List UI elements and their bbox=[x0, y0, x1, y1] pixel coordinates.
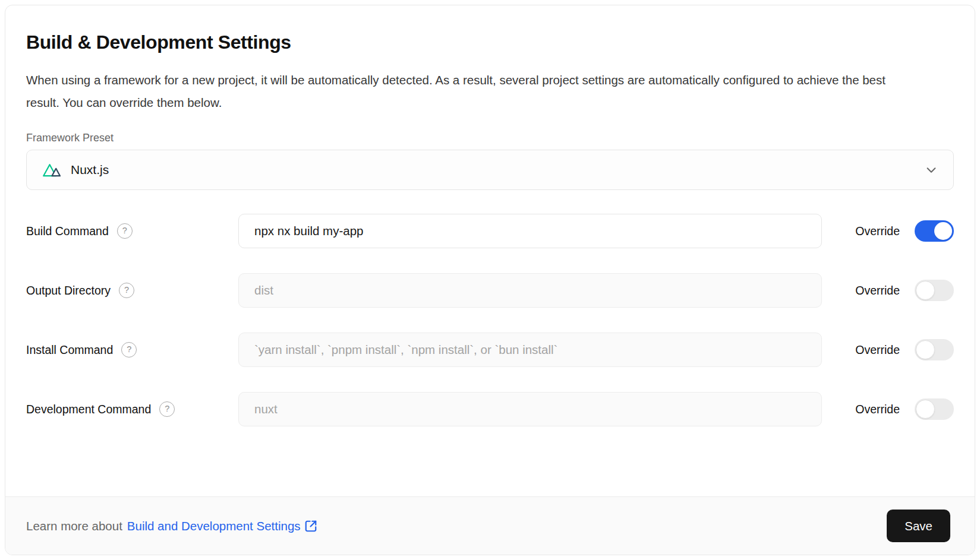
build-settings-docs-link[interactable]: Build and Development Settings bbox=[127, 519, 317, 533]
learn-more-prefix: Learn more about bbox=[26, 519, 122, 533]
external-link-icon bbox=[304, 520, 317, 533]
development-command-input bbox=[238, 392, 822, 426]
build-command-label: Build Command bbox=[26, 224, 109, 238]
build-command-row: Build Command ? Override bbox=[26, 214, 954, 248]
build-settings-card: Build & Development Settings When using … bbox=[5, 5, 975, 555]
help-icon[interactable]: ? bbox=[121, 342, 137, 357]
toggle-knob bbox=[934, 222, 952, 240]
chevron-down-icon bbox=[925, 163, 938, 176]
development-command-override-toggle[interactable] bbox=[915, 398, 954, 420]
override-label: Override bbox=[855, 284, 900, 298]
docs-link-label: Build and Development Settings bbox=[127, 519, 301, 533]
save-button[interactable]: Save bbox=[887, 510, 950, 542]
framework-preset-select[interactable]: Nuxt.js bbox=[26, 150, 954, 190]
toggle-knob bbox=[916, 281, 935, 300]
output-directory-label: Output Directory bbox=[26, 284, 111, 298]
card-body: Build & Development Settings When using … bbox=[5, 5, 975, 496]
page-title: Build & Development Settings bbox=[26, 31, 954, 53]
settings-rows: Build Command ? Override Output Director… bbox=[26, 214, 954, 426]
development-command-row: Development Command ? Override bbox=[26, 392, 954, 426]
nuxt-logo-icon bbox=[42, 162, 62, 178]
output-directory-row: Output Directory ? Override bbox=[26, 273, 954, 308]
toggle-knob bbox=[916, 340, 935, 359]
card-footer: Learn more about Build and Development S… bbox=[5, 496, 975, 555]
output-directory-override-toggle[interactable] bbox=[915, 280, 954, 301]
override-label: Override bbox=[855, 224, 900, 238]
settings-description: When using a framework for a new project… bbox=[26, 69, 894, 114]
install-command-override-toggle[interactable] bbox=[915, 339, 954, 360]
help-icon[interactable]: ? bbox=[159, 401, 175, 417]
output-directory-input bbox=[238, 273, 822, 308]
development-command-label: Development Command bbox=[26, 403, 151, 416]
override-label: Override bbox=[855, 343, 900, 357]
build-command-input[interactable] bbox=[238, 214, 822, 248]
override-label: Override bbox=[855, 403, 900, 416]
install-command-input bbox=[238, 333, 822, 367]
framework-preset-label: Framework Preset bbox=[26, 132, 954, 144]
framework-preset-value: Nuxt.js bbox=[71, 163, 109, 177]
learn-more-text: Learn more about Build and Development S… bbox=[26, 519, 317, 533]
install-command-label: Install Command bbox=[26, 343, 113, 357]
help-icon[interactable]: ? bbox=[117, 223, 133, 239]
build-command-override-toggle[interactable] bbox=[915, 220, 954, 242]
install-command-row: Install Command ? Override bbox=[26, 333, 954, 367]
toggle-knob bbox=[916, 400, 935, 419]
help-icon[interactable]: ? bbox=[119, 283, 134, 298]
